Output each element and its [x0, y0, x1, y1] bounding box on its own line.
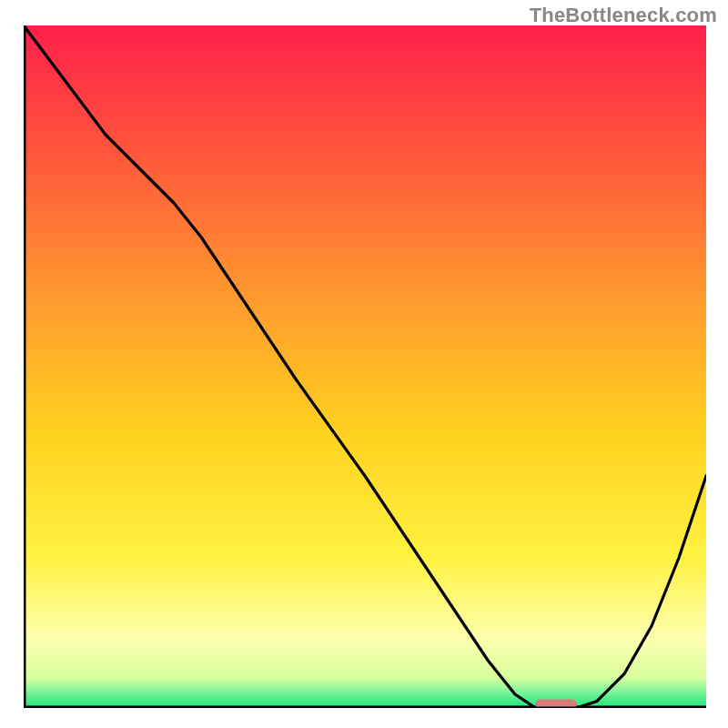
chart-svg: [24, 25, 706, 708]
gradient-background: [24, 25, 706, 708]
watermark-text: TheBottleneck.com: [530, 4, 717, 27]
plot-area: [24, 25, 706, 708]
chart-stage: TheBottleneck.com: [0, 0, 728, 728]
